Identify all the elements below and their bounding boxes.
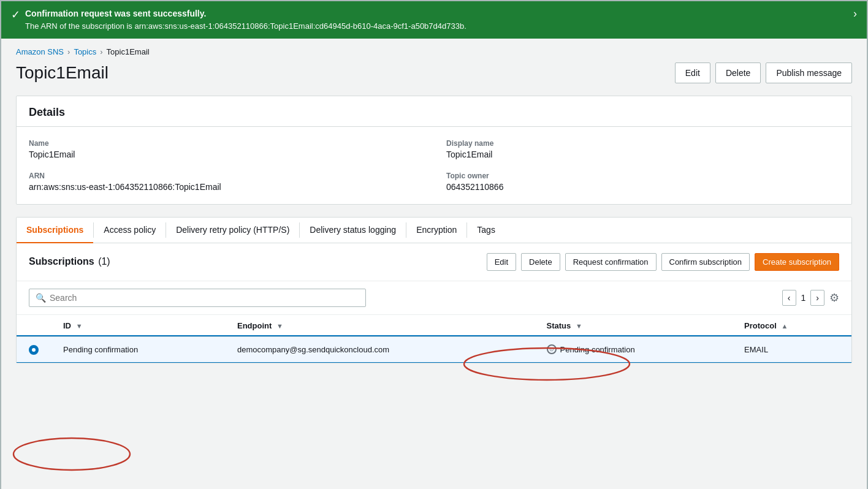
page-title: Topic1Email bbox=[16, 63, 108, 83]
subscriptions-content: Subscriptions (1) Edit Delete Request co… bbox=[17, 243, 851, 363]
arn-value: arn:aws:sns:us-east-1:064352110866:Topic… bbox=[29, 182, 422, 192]
search-input[interactable] bbox=[50, 293, 359, 303]
banner-title: Confirmation request was sent successful… bbox=[25, 7, 466, 20]
topic-owner-value: 064352110866 bbox=[446, 182, 839, 192]
tabs-bar: Subscriptions Access policy Delivery ret… bbox=[17, 218, 851, 243]
subscriptions-edit-button[interactable]: Edit bbox=[487, 253, 516, 271]
display-name-value: Topic1Email bbox=[446, 150, 839, 159]
pagination-next-button[interactable]: › bbox=[810, 290, 824, 306]
confirm-subscription-button[interactable]: Confirm subscription bbox=[661, 253, 750, 271]
protocol-sort-icon: ▲ bbox=[781, 322, 788, 330]
name-label: Name bbox=[29, 139, 422, 148]
row-endpoint: democompany@sg.sendquickoncloud.com bbox=[225, 336, 535, 362]
banner-close-button[interactable]: › bbox=[853, 7, 857, 20]
table-col-select bbox=[17, 315, 51, 337]
success-banner: ✓ Confirmation request was sent successf… bbox=[1, 1, 867, 39]
status-clock-icon: ⊙ bbox=[547, 344, 557, 354]
search-icon: 🔍 bbox=[36, 293, 46, 303]
tab-encryption[interactable]: Encryption bbox=[406, 218, 466, 243]
create-subscription-button[interactable]: Create subscription bbox=[755, 253, 839, 271]
breadcrumb: Amazon SNS › Topics › Topic1Email bbox=[16, 39, 852, 63]
details-card: Details Name Topic1Email Display name To… bbox=[16, 96, 852, 205]
tabs-section: Subscriptions Access policy Delivery ret… bbox=[16, 217, 852, 363]
svg-point-0 bbox=[13, 438, 130, 470]
row-protocol: EMAIL bbox=[732, 336, 851, 362]
page-header: Topic1Email Edit Delete Publish message bbox=[16, 63, 852, 83]
table-col-id[interactable]: ID ▼ bbox=[51, 315, 225, 337]
breadcrumb-current: Topic1Email bbox=[107, 47, 150, 56]
display-name-label: Display name bbox=[446, 139, 839, 148]
pagination-prev-button[interactable]: ‹ bbox=[782, 290, 796, 306]
search-wrapper[interactable]: 🔍 bbox=[29, 289, 366, 307]
success-icon: ✓ bbox=[11, 8, 20, 21]
tab-tags[interactable]: Tags bbox=[467, 218, 505, 243]
arn-label: ARN bbox=[29, 172, 422, 180]
subscriptions-title: Subscriptions (1) bbox=[29, 256, 110, 267]
tab-delivery-retry[interactable]: Delivery retry policy (HTTP/S) bbox=[166, 218, 299, 243]
subscriptions-actions: Edit Delete Request confirmation Confirm… bbox=[487, 253, 839, 271]
search-container: 🔍 ‹ 1 › ⚙ bbox=[17, 281, 851, 315]
status-sort-icon: ▼ bbox=[576, 322, 582, 330]
tab-delivery-status[interactable]: Delivery status logging bbox=[300, 218, 406, 243]
table-col-status[interactable]: Status ▼ bbox=[535, 315, 733, 337]
table-header-row: ID ▼ Endpoint ▼ Status ▼ bbox=[17, 315, 851, 337]
breadcrumb-sns[interactable]: Amazon SNS bbox=[16, 47, 64, 56]
tab-access-policy[interactable]: Access policy bbox=[94, 218, 166, 243]
table-col-protocol[interactable]: Protocol ▲ bbox=[732, 315, 851, 337]
table-row[interactable]: Pending confirmation democompany@sg.send… bbox=[17, 336, 851, 362]
banner-description: The ARN of the subscription is arn:aws:s… bbox=[25, 20, 466, 32]
name-value: Topic1Email bbox=[29, 150, 422, 159]
id-sort-icon: ▼ bbox=[76, 322, 83, 330]
publish-message-button[interactable]: Publish message bbox=[766, 63, 852, 83]
breadcrumb-topics[interactable]: Topics bbox=[74, 47, 96, 56]
delete-topic-button[interactable]: Delete bbox=[715, 63, 761, 83]
tab-subscriptions[interactable]: Subscriptions bbox=[17, 218, 93, 243]
details-card-title: Details bbox=[29, 106, 839, 119]
pagination-current: 1 bbox=[801, 293, 806, 303]
endpoint-sort-icon: ▼ bbox=[276, 322, 283, 330]
table-col-endpoint[interactable]: Endpoint ▼ bbox=[225, 315, 535, 337]
row-radio-selected bbox=[29, 345, 39, 355]
row-id: Pending confirmation bbox=[51, 336, 225, 362]
pagination-controls: ‹ 1 › ⚙ bbox=[782, 290, 839, 306]
subscriptions-table: ID ▼ Endpoint ▼ Status ▼ bbox=[17, 315, 851, 363]
edit-topic-button[interactable]: Edit bbox=[675, 63, 710, 83]
table-settings-button[interactable]: ⚙ bbox=[829, 291, 839, 305]
row-status: ⊙ Pending confirmation bbox=[535, 336, 733, 362]
topic-owner-label: Topic owner bbox=[446, 172, 839, 180]
subscriptions-delete-button[interactable]: Delete bbox=[521, 253, 560, 271]
row-radio-cell[interactable] bbox=[17, 336, 51, 362]
request-confirmation-button[interactable]: Request confirmation bbox=[565, 253, 657, 271]
subscriptions-header: Subscriptions (1) Edit Delete Request co… bbox=[17, 243, 851, 281]
